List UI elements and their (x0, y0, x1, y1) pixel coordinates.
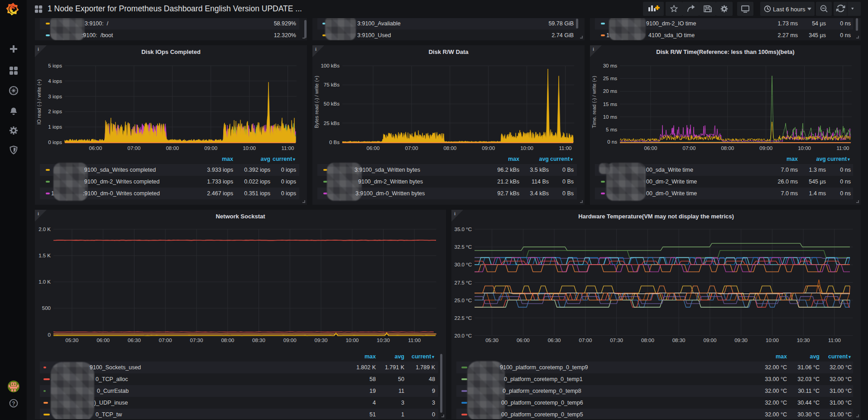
svg-text:32.5 °C: 32.5 °C (455, 244, 472, 250)
svg-text:06:30: 06:30 (128, 338, 141, 343)
svg-text:07:30: 07:30 (610, 338, 623, 343)
svg-text:09:00: 09:00 (759, 145, 772, 151)
svg-text:10:00: 10:00 (766, 338, 779, 343)
svg-text:0 ns: 0 ns (607, 139, 617, 145)
svg-text:11:00: 11:00 (559, 145, 572, 151)
svg-text:08:00: 08:00 (221, 338, 234, 343)
svg-text:4 iops: 4 iops (48, 78, 62, 84)
svg-text:07:00: 07:00 (128, 145, 141, 151)
svg-text:07:30: 07:30 (190, 338, 203, 343)
svg-text:11:00: 11:00 (828, 338, 841, 343)
svg-text:15 ms: 15 ms (603, 101, 618, 107)
svg-text:50 kBs: 50 kBs (324, 101, 340, 106)
svg-text:09:00: 09:00 (283, 338, 297, 343)
svg-text:06:00: 06:00 (96, 338, 110, 343)
svg-text:0: 0 (48, 332, 51, 338)
svg-text:11:00: 11:00 (282, 145, 294, 151)
svg-text:07:00: 07:00 (405, 145, 418, 151)
svg-text:5 ms: 5 ms (606, 127, 617, 132)
svg-text:1 iops: 1 iops (48, 124, 62, 130)
svg-text:08:00: 08:00 (443, 145, 456, 151)
svg-text:11:00: 11:00 (837, 145, 849, 151)
svg-text:06:00: 06:00 (517, 338, 530, 343)
svg-text:22.5 °C: 22.5 °C (455, 315, 472, 321)
svg-text:09:30: 09:30 (315, 338, 328, 343)
svg-text:0 iops: 0 iops (48, 140, 62, 145)
svg-text:Time. read (-) / write (+): Time. read (-) / write (+) (591, 76, 597, 128)
svg-text:07:00: 07:00 (683, 145, 696, 151)
svg-text:08:00: 08:00 (721, 145, 734, 151)
svg-text:08:30: 08:30 (672, 338, 686, 343)
svg-text:27.5 °C: 27.5 °C (455, 280, 472, 285)
svg-text:08:00: 08:00 (166, 145, 179, 151)
svg-text:06:00: 06:00 (367, 145, 380, 151)
svg-text:500: 500 (42, 305, 51, 311)
svg-text:07:00: 07:00 (579, 338, 592, 343)
svg-text:2 iops: 2 iops (48, 109, 62, 114)
svg-text:?: ? (12, 401, 15, 407)
svg-text:07:00: 07:00 (159, 338, 172, 343)
svg-text:09:00: 09:00 (704, 338, 717, 343)
svg-text:10:30: 10:30 (377, 338, 390, 343)
svg-text:35.0 °C: 35.0 °C (455, 227, 472, 232)
svg-text:05:30: 05:30 (66, 338, 79, 343)
svg-text:1.5 K: 1.5 K (38, 253, 51, 258)
svg-text:09:00: 09:00 (204, 145, 217, 151)
svg-text:3 iops: 3 iops (48, 94, 62, 99)
svg-text:10:00: 10:00 (243, 145, 256, 151)
svg-text:10 ms: 10 ms (603, 114, 618, 120)
svg-text:100 kBs: 100 kBs (321, 63, 340, 68)
svg-text:30.0 °C: 30.0 °C (455, 262, 472, 267)
svg-text:06:00: 06:00 (644, 145, 657, 151)
svg-text:11:00: 11:00 (408, 338, 421, 343)
svg-text:10:00: 10:00 (345, 338, 359, 343)
svg-text:09:30: 09:30 (734, 338, 748, 343)
svg-text:05:30: 05:30 (485, 338, 499, 343)
svg-text:08:00: 08:00 (641, 338, 654, 343)
svg-text:20 ms: 20 ms (603, 88, 618, 94)
svg-text:Bytes read (-) / write (+): Bytes read (-) / write (+) (314, 76, 319, 128)
svg-text:20.0 °C: 20.0 °C (455, 333, 472, 338)
svg-text:IO read (-) / write (+): IO read (-) / write (+) (36, 79, 42, 125)
svg-text:25 kBs: 25 kBs (324, 121, 340, 126)
svg-text:10:00: 10:00 (798, 145, 811, 151)
svg-text:0 Bs: 0 Bs (329, 140, 340, 145)
svg-text:10:00: 10:00 (520, 145, 533, 151)
svg-text:06:00: 06:00 (89, 145, 102, 151)
svg-text:1.0 K: 1.0 K (38, 279, 51, 285)
svg-text:06:30: 06:30 (548, 338, 561, 343)
svg-text:75 kBs: 75 kBs (324, 82, 340, 87)
svg-text:25 ms: 25 ms (603, 76, 618, 81)
svg-text:5 iops: 5 iops (48, 63, 62, 68)
svg-text:10:30: 10:30 (797, 338, 810, 343)
svg-text:30 ms: 30 ms (603, 63, 618, 68)
svg-text:2.0 K: 2.0 K (38, 227, 51, 232)
svg-text:09:00: 09:00 (482, 145, 495, 151)
svg-text:25.0 °C: 25.0 °C (455, 298, 472, 303)
svg-text:08:30: 08:30 (252, 338, 265, 343)
